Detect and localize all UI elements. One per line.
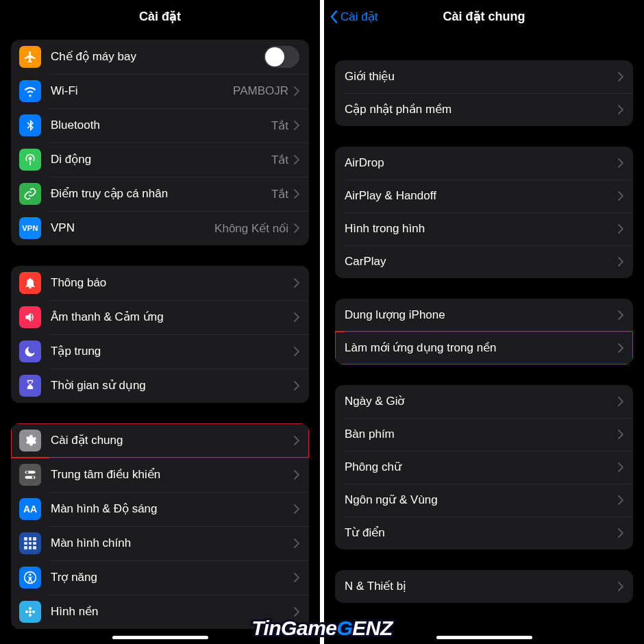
row-label: Chế độ máy bay xyxy=(51,49,264,64)
home-indicator[interactable] xyxy=(112,636,208,639)
svg-point-3 xyxy=(32,476,34,478)
cellular-row[interactable]: Di độngTắt xyxy=(11,143,309,177)
antenna-icon xyxy=(19,149,41,171)
chevron-right-icon xyxy=(294,312,299,322)
svg-point-8 xyxy=(29,614,32,617)
bluetooth-icon xyxy=(19,114,41,136)
control-center-row[interactable]: Trung tâm điều khiển xyxy=(11,458,309,492)
chevron-right-icon xyxy=(618,105,623,114)
storage-row[interactable]: Dung lượng iPhone xyxy=(335,299,633,332)
back-button[interactable]: Cài đặt xyxy=(330,10,377,24)
chevron-right-icon xyxy=(294,573,299,582)
fonts-row[interactable]: Phông chữ xyxy=(335,451,633,484)
row-label: Thông báo xyxy=(51,275,294,290)
row-label: VPN xyxy=(51,221,214,236)
pip-row[interactable]: Hình trong hình xyxy=(335,212,633,245)
row-label: Wi-Fi xyxy=(51,84,233,99)
language-region-row[interactable]: Ngôn ngữ & Vùng xyxy=(335,484,633,517)
screentime-row[interactable]: Thời gian sử dụng xyxy=(11,369,309,403)
chevron-right-icon xyxy=(294,86,299,96)
nav-title: Cài đặt chung xyxy=(443,9,525,24)
row-label: Ngôn ngữ & Vùng xyxy=(345,493,618,508)
accessibility-row[interactable]: Trợ năng xyxy=(11,560,309,595)
general-settings-list[interactable]: Giới thiệuCập nhật phần mềmAirDropAirPla… xyxy=(324,33,644,644)
vpn-icon: VPN xyxy=(19,217,41,239)
nav-title: Cài đặt xyxy=(139,9,181,24)
chevron-right-icon xyxy=(294,504,299,514)
row-label: Ngày & Giờ xyxy=(345,394,618,409)
row-value: PAMBOJR xyxy=(233,84,288,98)
settings-group: Chế độ máy bayWi-FiPAMBOJRBluetoothTắtDi… xyxy=(11,40,309,245)
keyboard-row[interactable]: Bàn phím xyxy=(335,418,633,451)
chevron-right-icon xyxy=(618,224,623,234)
settings-group: AirDropAirPlay & HandoffHình trong hìnhC… xyxy=(335,147,633,278)
dictionary-row[interactable]: Từ điển xyxy=(335,517,633,549)
sounds-row[interactable]: Âm thanh & Cảm ứng xyxy=(11,300,309,334)
wifi-icon xyxy=(19,80,41,102)
toggle-switch[interactable] xyxy=(264,46,299,68)
airplane-icon xyxy=(19,46,41,68)
software-update-row[interactable]: Cập nhật phần mềm xyxy=(335,93,633,126)
row-label: Làm mới ứng dụng trong nền xyxy=(345,340,618,356)
row-label: Hình trong hình xyxy=(345,221,618,236)
back-label: Cài đặt xyxy=(340,10,377,24)
chevron-right-icon xyxy=(294,381,299,391)
chevron-right-icon xyxy=(618,397,623,406)
chevron-left-icon xyxy=(330,10,338,23)
chevron-right-icon xyxy=(294,470,299,480)
chevron-right-icon xyxy=(618,191,623,201)
homescreen-row[interactable]: Màn hình chính xyxy=(11,526,309,560)
general-row[interactable]: Cài đặt chung xyxy=(11,423,309,458)
hotspot-row[interactable]: Điểm truy cập cá nhânTắt xyxy=(11,177,309,211)
wallpaper-row[interactable]: Hình nền xyxy=(11,595,309,629)
row-label: Màn hình chính xyxy=(51,536,294,551)
svg-point-10 xyxy=(32,610,35,613)
chevron-right-icon xyxy=(294,347,299,356)
nav-bar: Cài đặt Cài đặt chung xyxy=(324,0,644,33)
display-row[interactable]: AAMàn hình & Độ sáng xyxy=(11,492,309,526)
speaker-icon xyxy=(19,306,41,328)
row-value: Tắt xyxy=(271,187,288,201)
carplay-row[interactable]: CarPlay xyxy=(335,245,633,278)
settings-list[interactable]: Chế độ máy bayWi-FiPAMBOJRBluetoothTắtDi… xyxy=(0,33,320,644)
settings-group: Cài đặt chungTrung tâm điều khiểnAAMàn h… xyxy=(11,423,309,629)
row-label: Âm thanh & Cảm ứng xyxy=(51,310,294,325)
moon-icon xyxy=(19,340,41,362)
chevron-right-icon xyxy=(618,310,623,320)
settings-group: N & Thiết bị xyxy=(335,570,633,603)
row-label: Dung lượng iPhone xyxy=(345,308,618,323)
row-label: Trung tâm điều khiển xyxy=(51,467,294,482)
row-label: Giới thiệu xyxy=(345,69,618,84)
row-label: Bàn phím xyxy=(345,427,618,442)
airplay-row[interactable]: AirPlay & Handoff xyxy=(335,179,633,212)
settings-group: Thông báoÂm thanh & Cảm ứngTập trungThời… xyxy=(11,266,309,403)
date-time-row[interactable]: Ngày & Giờ xyxy=(335,385,633,418)
svg-point-5 xyxy=(29,573,31,575)
focus-row[interactable]: Tập trung xyxy=(11,334,309,369)
vpn-device-row[interactable]: N & Thiết bị xyxy=(335,570,633,603)
settings-screen-right: Cài đặt Cài đặt chung Giới thiệuCập nhật… xyxy=(324,0,644,644)
grid-icon xyxy=(19,532,41,554)
chevron-right-icon xyxy=(294,189,299,199)
svg-point-9 xyxy=(25,610,28,613)
home-indicator[interactable] xyxy=(436,636,532,639)
hourglass-icon xyxy=(19,375,41,397)
airdrop-row[interactable]: AirDrop xyxy=(335,147,633,179)
chevron-right-icon xyxy=(294,436,299,445)
wifi-row[interactable]: Wi-FiPAMBOJR xyxy=(11,74,309,108)
row-label: Bluetooth xyxy=(51,118,271,133)
svg-point-2 xyxy=(26,471,28,473)
chevron-right-icon xyxy=(294,538,299,548)
chevron-right-icon xyxy=(294,155,299,164)
notifications-row[interactable]: Thông báo xyxy=(11,266,309,300)
vpn-row[interactable]: VPNVPNKhông Kết nối xyxy=(11,211,309,245)
bluetooth-row[interactable]: BluetoothTắt xyxy=(11,108,309,143)
svg-point-7 xyxy=(29,607,32,610)
about-row[interactable]: Giới thiệu xyxy=(335,60,633,93)
settings-group: Dung lượng iPhoneLàm mới ứng dụng trong … xyxy=(335,299,633,364)
airplane-mode-row[interactable]: Chế độ máy bay xyxy=(11,40,309,74)
background-refresh-row[interactable]: Làm mới ứng dụng trong nền xyxy=(335,332,633,364)
row-label: Màn hình & Độ sáng xyxy=(51,501,294,517)
settings-group: Ngày & GiờBàn phímPhông chữNgôn ngữ & Vù… xyxy=(335,385,633,549)
chevron-right-icon xyxy=(618,528,623,538)
